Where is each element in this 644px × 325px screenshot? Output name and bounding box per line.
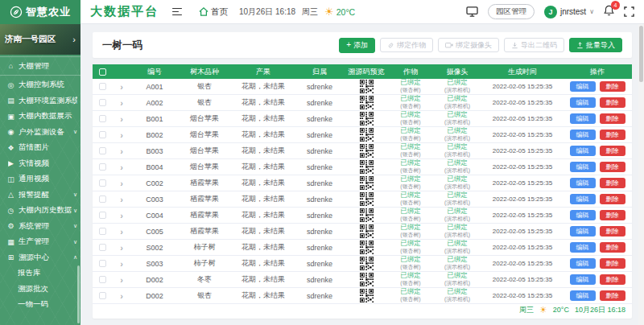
- delete-button[interactable]: 删除: [600, 290, 625, 301]
- delete-button[interactable]: 删除: [600, 242, 625, 253]
- qr-code-preview[interactable]: [360, 192, 374, 206]
- sidebar-item-outdoor-devices[interactable]: ◉ 户外监测设备 ∨: [0, 125, 80, 141]
- sidebar-item-report-library[interactable]: 报告库: [0, 265, 80, 282]
- batch-import-button[interactable]: 批量导入: [569, 38, 622, 52]
- qr-code-preview[interactable]: [360, 80, 374, 93]
- app-logo[interactable]: 智慧农业: [0, 0, 80, 24]
- page-scrollbar[interactable]: [638, 24, 644, 325]
- edit-button[interactable]: 编辑: [570, 194, 596, 204]
- row-checkbox[interactable]: [99, 99, 106, 106]
- notifications-button[interactable]: 4: [604, 5, 614, 19]
- row-checkbox[interactable]: [99, 163, 106, 171]
- sidebar-item-data-display[interactable]: ▣ 大棚内数据展示: [0, 109, 80, 125]
- row-expand-icon[interactable]: ›: [120, 130, 123, 140]
- sidebar-item-greenhouse-manage[interactable]: ⌂ 大棚管理: [0, 56, 80, 76]
- row-expand-icon[interactable]: ›: [120, 179, 123, 188]
- qr-code-preview[interactable]: [360, 241, 374, 254]
- park-manage-button[interactable]: 园区管理: [488, 4, 535, 19]
- qr-code-preview[interactable]: [360, 144, 374, 158]
- qr-code-preview[interactable]: [360, 96, 374, 109]
- sidebar-item-disaster-video[interactable]: ▶ 灾情视频: [0, 156, 80, 172]
- row-expand-icon[interactable]: ›: [120, 243, 123, 253]
- row-checkbox[interactable]: [99, 212, 106, 219]
- sidebar-item-trace-batch[interactable]: 溯源批次: [0, 282, 80, 298]
- add-button[interactable]: + 添加: [339, 38, 375, 53]
- collapse-menu-icon[interactable]: [170, 6, 184, 19]
- edit-button[interactable]: 编辑: [570, 290, 596, 301]
- sidebar-scrollbar[interactable]: [77, 265, 80, 323]
- sidebar-item-general-video[interactable]: ◫ 通用视频: [0, 171, 80, 187]
- sidebar-item-system-manage[interactable]: ⚙ 系统管理 ∨: [0, 219, 80, 235]
- edit-button[interactable]: 编辑: [570, 97, 596, 108]
- row-checkbox[interactable]: [99, 260, 106, 267]
- qr-code-preview[interactable]: [360, 160, 374, 174]
- scrollbar-thumb[interactable]: [639, 26, 643, 82]
- fullscreen-icon[interactable]: [624, 6, 634, 17]
- row-expand-icon[interactable]: ›: [120, 275, 123, 285]
- edit-button[interactable]: 编辑: [570, 210, 596, 220]
- delete-button[interactable]: 删除: [600, 258, 625, 269]
- row-checkbox[interactable]: [99, 228, 106, 235]
- qr-code-preview[interactable]: [360, 289, 374, 302]
- delete-button[interactable]: 删除: [600, 81, 625, 92]
- sidebar-item-seedling-pictures[interactable]: ❖ 苗情图片: [0, 140, 80, 156]
- row-checkbox[interactable]: [99, 292, 106, 299]
- monitor-icon[interactable]: [466, 6, 478, 17]
- delete-button[interactable]: 删除: [600, 146, 625, 156]
- delete-button[interactable]: 删除: [600, 210, 625, 220]
- bind-camera-button[interactable]: 绑定摄像头: [438, 38, 499, 52]
- delete-button[interactable]: 删除: [600, 178, 625, 188]
- edit-button[interactable]: 编辑: [570, 146, 596, 156]
- sidebar-item-alarm-reminder[interactable]: △ 报警提醒 ∨: [0, 187, 80, 204]
- edit-button[interactable]: 编辑: [570, 274, 596, 285]
- qr-code-preview[interactable]: [360, 176, 374, 190]
- row-checkbox[interactable]: [99, 147, 106, 154]
- edit-button[interactable]: 编辑: [570, 226, 596, 237]
- sidebar-item-env-monitor[interactable]: ▤ 大棚环境监测系统: [0, 93, 80, 109]
- delete-button[interactable]: 删除: [600, 194, 625, 204]
- row-expand-icon[interactable]: ›: [120, 195, 123, 204]
- qr-code-preview[interactable]: [360, 112, 374, 125]
- qr-code-preview[interactable]: [360, 208, 374, 222]
- qr-code-preview[interactable]: [360, 273, 374, 286]
- delete-button[interactable]: 删除: [600, 97, 625, 108]
- row-expand-icon[interactable]: ›: [120, 227, 123, 237]
- edit-button[interactable]: 编辑: [570, 113, 596, 124]
- qr-code-preview[interactable]: [360, 128, 374, 142]
- delete-button[interactable]: 删除: [600, 130, 625, 140]
- row-expand-icon[interactable]: ›: [120, 82, 123, 92]
- row-checkbox[interactable]: [99, 276, 106, 283]
- select-all-checkbox[interactable]: [99, 68, 106, 76]
- edit-button[interactable]: 编辑: [570, 130, 596, 140]
- row-expand-icon[interactable]: ›: [120, 259, 123, 269]
- delete-button[interactable]: 删除: [600, 162, 625, 172]
- row-expand-icon[interactable]: ›: [120, 114, 123, 124]
- edit-button[interactable]: 编辑: [570, 178, 596, 188]
- edit-button[interactable]: 编辑: [570, 162, 596, 172]
- row-checkbox[interactable]: [99, 244, 106, 251]
- qr-code-preview[interactable]: [360, 257, 374, 270]
- bind-crop-button[interactable]: 绑定作物: [380, 38, 433, 52]
- row-expand-icon[interactable]: ›: [120, 291, 123, 301]
- row-expand-icon[interactable]: ›: [120, 98, 123, 108]
- row-expand-icon[interactable]: ›: [120, 211, 123, 220]
- row-checkbox[interactable]: [99, 195, 106, 203]
- delete-button[interactable]: 删除: [600, 113, 625, 124]
- edit-button[interactable]: 编辑: [570, 258, 596, 269]
- sidebar-item-production-manage[interactable]: ▦ 生产管理 ∨: [0, 234, 80, 250]
- edit-button[interactable]: 编辑: [570, 81, 596, 92]
- row-expand-icon[interactable]: ›: [120, 146, 123, 156]
- edit-button[interactable]: 编辑: [570, 242, 596, 253]
- sidebar-item-greenhouse-control[interactable]: ◎ 大棚控制系统: [0, 77, 80, 93]
- export-qr-button[interactable]: 导出二维码: [504, 38, 564, 52]
- sidebar-item-one-item-one-code[interactable]: 一物一码: [0, 297, 80, 313]
- park-selector[interactable]: 济南一号园区 ›: [0, 24, 80, 55]
- row-expand-icon[interactable]: ›: [120, 162, 123, 172]
- delete-button[interactable]: 删除: [600, 274, 625, 285]
- row-checkbox[interactable]: [99, 179, 106, 187]
- sidebar-item-history-data[interactable]: ◷ 大棚内历史数据 ∨: [0, 203, 80, 219]
- row-checkbox[interactable]: [99, 83, 106, 90]
- home-nav[interactable]: 首页: [199, 6, 228, 18]
- row-checkbox[interactable]: [99, 115, 106, 122]
- row-checkbox[interactable]: [99, 131, 106, 138]
